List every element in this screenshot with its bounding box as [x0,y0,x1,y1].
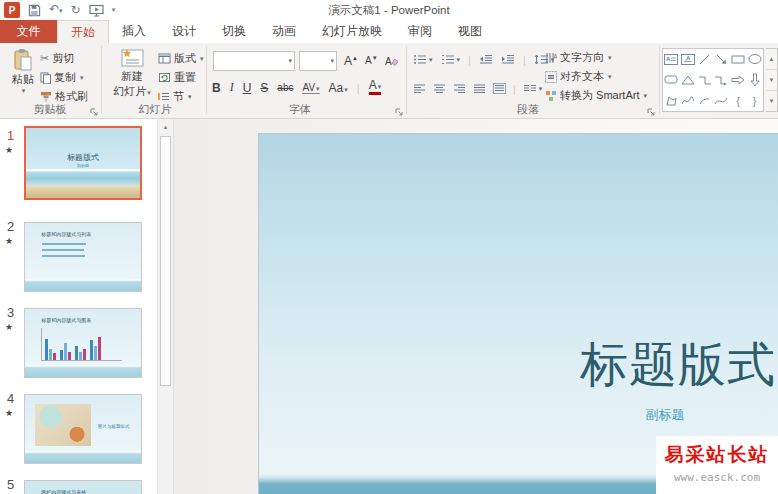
tab-file[interactable]: 文件 [0,20,57,43]
italic-button[interactable]: I [230,80,234,95]
text-direction-icon: A [545,52,557,64]
shapes-scroll-down-icon[interactable]: ▼ [766,70,777,91]
paste-button[interactable]: 粘贴 ▾ [6,48,40,95]
thumbnail-item-4[interactable]: 4 ★ 图片与标题版式 [0,391,157,471]
tab-review[interactable]: 审阅 [395,20,445,43]
clipboard-dialog-launcher-icon[interactable] [90,108,98,116]
shape-oval[interactable] [746,49,763,70]
shape-down-arrow[interactable] [746,70,763,91]
columns-button[interactable] [523,84,537,94]
tab-animations[interactable]: 动画 [259,20,309,43]
cut-button[interactable]: ✂ 剪切 [40,50,74,67]
shapes-scroll-up-icon[interactable]: ▲ [766,49,777,70]
strikethrough-button[interactable]: abc [277,82,293,93]
align-right-button[interactable] [453,84,466,94]
underline-button[interactable]: U [243,81,252,95]
font-size-combobox[interactable]: ▾ [299,51,337,71]
shape-rounded-rectangle[interactable] [663,70,680,91]
text-direction-caret-icon: ▾ [608,54,612,62]
shape-vertical-text-box[interactable]: A [680,49,697,70]
shape-line[interactable] [696,49,713,70]
slide-2-thumbnail[interactable]: 标题和内容版式与列表 [24,222,142,292]
new-slide-caret-icon: ▾ [147,89,151,96]
shape-elbow-arrow-connector[interactable] [713,70,730,91]
thumb-bullet-lines [42,243,86,261]
font-name-combobox[interactable]: ▾ [213,51,295,71]
tab-slideshow[interactable]: 幻灯片放映 [309,20,395,43]
tab-design[interactable]: 设计 [159,20,209,43]
slide-4-thumbnail[interactable]: 图片与标题版式 [24,394,142,464]
shape-freeform[interactable] [663,90,680,111]
slide-1-thumbnail[interactable]: 标题版式 副标题 [24,126,142,200]
scrollbar-thumb[interactable] [160,136,171,386]
cut-label: 剪切 [52,51,74,66]
shape-arrow[interactable] [713,49,730,70]
thumb-title: 图片与标题版式 [98,424,137,429]
layout-button[interactable]: 版式 ▾ [158,50,204,67]
shape-elbow-connector[interactable] [696,70,713,91]
thumbnail-item-2[interactable]: 2 ★ 标题和内容版式与列表 [0,219,157,299]
shape-right-brace[interactable]: } [746,90,763,111]
copy-button[interactable]: 复制 ▾ [40,69,84,86]
copy-label: 复制 [54,70,76,85]
shrink-font-button[interactable]: A▼ [365,55,378,66]
clear-formatting-button[interactable]: A [385,55,398,67]
reset-button[interactable]: 重置 [158,69,196,86]
shapes-more-icon[interactable]: ▼ [766,91,777,111]
sand-band [26,185,140,198]
svg-text:A: A [385,56,392,67]
shape-curve[interactable] [713,90,730,111]
bold-button[interactable]: B [212,81,221,95]
tab-transitions[interactable]: 切换 [209,20,259,43]
character-spacing-button[interactable]: AV▾ [302,82,319,94]
shape-left-brace[interactable]: { [730,90,747,111]
paragraph-dialog-launcher-icon[interactable] [647,108,655,116]
justify-button[interactable] [473,84,486,94]
thumbnail-scrollbar[interactable]: ▲ [157,119,174,494]
tab-home[interactable]: 开始 [57,20,109,43]
increase-indent-icon [501,54,515,65]
decrease-indent-button[interactable] [479,54,493,65]
paragraph-row1: ▾ ▾ | | ▾ [413,51,554,68]
mini-bar-chart [41,328,122,361]
slide-title-placeholder[interactable]: 标题版式 [580,333,776,397]
grow-font-button[interactable]: A▲ [344,54,358,68]
slide-5-thumbnail[interactable]: 两栏内容版式与表格 [24,480,142,494]
thumbnail-item-3[interactable]: 3 ★ 标题和内容版式与图表 [0,305,157,385]
scrollbar-up-icon[interactable]: ▲ [158,119,173,135]
font-group-label: 字体 [260,102,340,117]
new-slide-button[interactable]: 新建 幻灯片▾ [108,47,156,99]
shape-right-arrow[interactable] [730,70,747,91]
font-color-button[interactable]: A▾ [369,80,382,95]
align-text-button[interactable]: 对齐文本 ▾ [545,68,612,85]
increase-indent-button[interactable] [501,54,515,65]
svg-text:A: A [686,55,691,61]
align-text-icon [545,71,557,83]
text-direction-button[interactable]: A 文字方向 ▾ [545,49,612,66]
font-dialog-launcher-icon[interactable] [395,108,403,116]
tab-view[interactable]: 视图 [445,20,495,43]
slide-3-thumbnail[interactable]: 标题和内容版式与图表 [24,308,142,378]
tab-insert[interactable]: 插入 [109,20,159,43]
thumbnail-item-1[interactable]: 1 ★ 标题版式 副标题 [0,125,157,205]
shape-scribble[interactable] [680,90,697,111]
align-center-button[interactable] [433,84,446,94]
slide-subtitle-placeholder[interactable]: 副标题 [635,406,695,424]
shadow-strike-button[interactable]: S [260,81,268,95]
paste-caret-icon: ▾ [22,87,26,95]
distributed-button[interactable] [493,83,506,94]
align-left-button[interactable] [413,84,426,94]
section-icon [158,91,170,102]
shape-arc[interactable] [696,90,713,111]
scissors-icon: ✂ [40,52,49,65]
thumbnail-item-5[interactable]: 5 两栏内容版式与表格 [0,477,157,494]
spacing-caret-icon: ▾ [316,85,320,92]
shape-text-box[interactable]: A [663,49,680,70]
animation-star-icon: ★ [5,145,13,155]
numbering-button[interactable] [441,54,455,65]
sea-band [25,278,141,291]
change-case-button[interactable]: Aa▾ [329,81,348,95]
shape-triangle[interactable] [680,70,697,91]
shape-rectangle[interactable] [730,49,747,70]
bullets-button[interactable] [413,54,427,65]
